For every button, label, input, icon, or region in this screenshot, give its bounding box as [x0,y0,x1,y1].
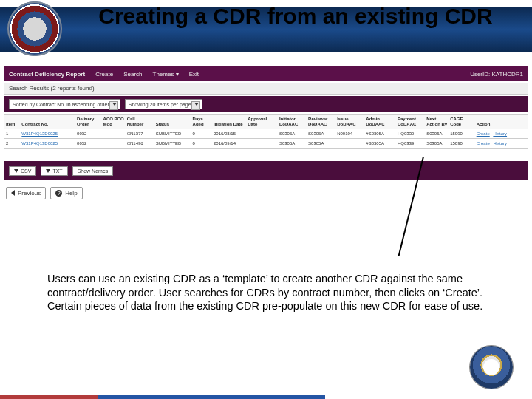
cell-admin: #S0305A [364,139,396,149]
cell-issue [335,139,364,149]
cell-reviewer: S0305A [307,129,335,139]
menu-themes[interactable]: Themes ▾ [153,71,179,78]
cell-next-action-by: S0305A [425,139,449,149]
table-header-row: Item Contract No. Delivery Order ACO PCO… [4,115,528,129]
cell-payment: HQ0339 [396,139,425,149]
sort-select-label: Sorted by Contract No. in ascending orde… [13,102,109,107]
col-contract-no[interactable]: Contract No. [20,115,75,129]
action-history-link[interactable]: History [493,132,507,136]
col-approval-date[interactable]: Approval Date [246,115,278,129]
app-menu: Create Search Themes ▾ Exit [95,71,199,78]
menu-create[interactable]: Create [95,71,113,78]
slide-caption: Users can use an existing CDR as a ‘temp… [47,272,485,313]
col-payment-dodaac[interactable]: Payment DoDAAC [396,115,425,129]
col-call-number[interactable]: Call Number [126,115,154,129]
col-days-aged[interactable]: Days Aged [191,115,212,129]
col-initiator-dodaac[interactable]: Initiator DoDAAC [278,115,307,129]
show-names-button[interactable]: Show Names [72,166,114,176]
cell-status: SUBMITTED [154,139,191,149]
cell-contract-link[interactable]: W31P4Q13D0025 [21,132,58,136]
menu-search[interactable]: Search [123,71,142,78]
cell-initiator: S0305A [278,129,307,139]
cell-status: SUBMITTED [154,129,191,139]
cell-item: 1 [4,129,20,139]
cell-admin: #S0305A [364,129,396,139]
slide-title: Creating a CDR from an existing CDR [74,3,517,30]
col-cage-code[interactable]: CAGE Code [449,115,475,129]
footer-accent-bar [0,395,325,399]
col-action: Action [475,115,528,129]
slide-header: Creating a CDR from an existing CDR [0,0,532,61]
cell-call-number: CN1377 [126,129,154,139]
cell-call-number: CN1496 [126,139,154,149]
cell-cage: 15090 [449,129,475,139]
cell-approval-date [246,129,278,139]
previous-label: Previous [18,190,41,197]
filter-bar: Sorted by Contract No. in ascending orde… [4,96,528,112]
page-size-label: Showing 20 items per page [129,102,191,107]
action-create-link[interactable]: Create [477,141,490,146]
export-bar: CSV TXT Show Names [4,161,528,180]
col-reviewer-dodaac[interactable]: Reviewer DoDAAC [307,115,335,129]
cell-issue: N00104 [335,129,364,139]
table-row: 1 W31P4Q13D0025 0032 CN1377 SUBMITTED 0 … [4,129,528,139]
col-next-action-by[interactable]: Next Action By [425,115,449,129]
cell-initiator: S0305A [278,139,307,149]
menu-exit[interactable]: Exit [189,71,199,78]
app-brand: Contract Deficiency Report [9,71,85,78]
chevron-down-icon [194,103,199,106]
cell-approval-date [246,139,278,149]
cell-payment: HQ0339 [396,129,425,139]
col-admin-dodaac[interactable]: Admin DoDAAC [364,115,396,129]
app-menu-bar: Contract Deficiency Report Create Search… [4,66,528,81]
cell-mod [102,139,126,149]
col-item[interactable]: Item [4,115,20,129]
cell-initiation-date: 2016/09/14 [212,139,246,149]
col-status[interactable]: Status [154,115,191,129]
col-aco-pco-mod[interactable]: ACO PCO Mod [102,115,126,129]
chevron-down-icon [112,103,117,106]
agency-seal-icon [7,1,62,56]
cell-days-aged: 0 [191,139,212,149]
previous-button[interactable]: Previous [6,187,46,200]
cell-delivery-order: 0032 [75,129,102,139]
results-table: Item Contract No. Delivery Order ACO PCO… [4,114,528,149]
download-icon [46,169,50,173]
search-results-header: Search Results (2 reports found) [4,83,528,95]
table-row: 2 W31P4Q13D0025 0032 CN1496 SUBMITTED 0 … [4,139,528,149]
chevron-left-icon [11,190,15,196]
help-icon: ? [55,190,62,197]
page-size-select[interactable]: Showing 20 items per page [125,99,202,109]
action-create-link[interactable]: Create [477,132,490,136]
col-initiation-date[interactable]: Initiation Date [212,115,246,129]
cell-reviewer: S0305A [307,139,335,149]
cell-contract-link[interactable]: W31P4Q13D0025 [21,141,58,146]
cell-action: Create History [475,139,528,149]
export-csv-button[interactable]: CSV [9,166,36,176]
cell-initiation-date: 2016/08/15 [212,129,246,139]
cell-item: 2 [4,139,20,149]
col-delivery-order[interactable]: Delivery Order [75,115,102,129]
cell-delivery-order: 0032 [75,139,102,149]
cell-cage: 15090 [449,139,475,149]
col-issue-dodaac[interactable]: Issue DoDAAC [335,115,364,129]
show-names-label: Show Names [78,168,109,174]
dod-seal-icon [470,346,513,389]
sort-select[interactable]: Sorted by Contract No. in ascending orde… [9,99,120,109]
download-icon [14,169,18,173]
action-history-link[interactable]: History [493,141,507,146]
export-txt-button[interactable]: TXT [41,166,67,176]
help-button[interactable]: ? Help [50,187,82,200]
export-csv-label: CSV [21,168,31,174]
export-txt-label: TXT [52,168,62,174]
help-label: Help [65,190,77,197]
nav-row: Previous ? Help [4,185,528,201]
results-table-wrap: Item Contract No. Delivery Order ACO PCO… [4,114,528,149]
cell-next-action-by: S0305A [425,129,449,139]
cell-days-aged: 0 [191,129,212,139]
cell-mod [102,129,126,139]
cell-action: Create History [475,129,528,139]
user-id-label: UserID: KATHCDR1 [470,71,523,78]
